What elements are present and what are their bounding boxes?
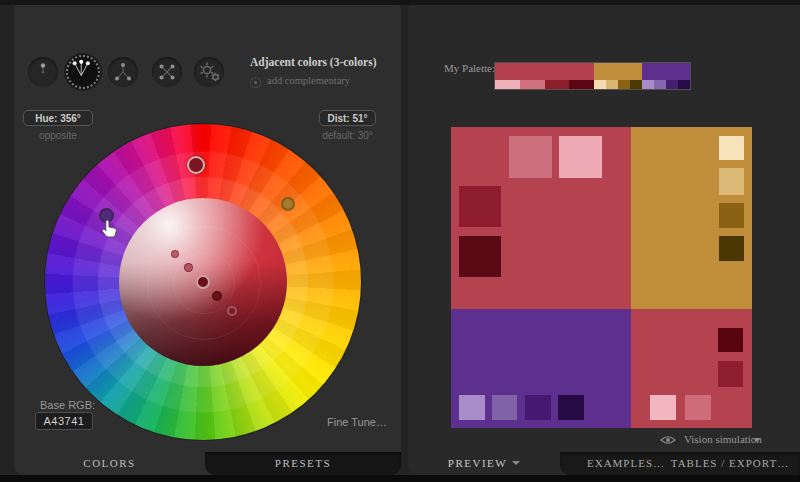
- shade-marker-selected[interactable]: [196, 275, 210, 289]
- palette-group-purple: [642, 63, 690, 89]
- palette-main-swatch[interactable]: [642, 63, 690, 80]
- preview-swatch: [459, 186, 501, 227]
- preview-swatch: [459, 236, 501, 277]
- inactive-tabs-strip: EXAMPLES… TABLES / EXPORT…: [560, 452, 800, 475]
- mono-scheme-icon[interactable]: [28, 57, 58, 87]
- preview-panel: My Palette:: [408, 5, 800, 475]
- base-rgb-label: Base RGB:: [40, 399, 95, 411]
- caret-down-icon[interactable]: [753, 438, 761, 442]
- preview-swatch: [719, 168, 744, 195]
- palette-shade-swatch[interactable]: [594, 80, 606, 89]
- palette-shade-swatch[interactable]: [618, 80, 630, 89]
- adjacent-scheme-icon[interactable]: [66, 55, 100, 89]
- adjacent-hue-marker-right[interactable]: [281, 197, 295, 211]
- preview-swatch: [719, 236, 744, 261]
- preview-quadrant: [631, 309, 752, 428]
- shade-marker[interactable]: [184, 263, 193, 272]
- color-scheme-designer-app: Adjacent colors (3-colors) add complemen…: [0, 0, 800, 482]
- tab-presets[interactable]: PRESETS: [205, 452, 401, 475]
- shade-marker[interactable]: [227, 306, 237, 316]
- palette-shade-swatch[interactable]: [495, 80, 520, 89]
- palette-shade-swatch[interactable]: [606, 80, 618, 89]
- preview-swatch: [718, 361, 743, 387]
- palette-main-swatch[interactable]: [594, 63, 642, 80]
- palette-shade-swatch[interactable]: [630, 80, 642, 89]
- tab-preview-label: PREVIEW: [448, 457, 507, 469]
- palette-shade-swatch[interactable]: [666, 80, 678, 89]
- tab-colors[interactable]: COLORS: [14, 452, 205, 475]
- window-bottom-strip: [0, 475, 800, 482]
- tab-tables-export[interactable]: TABLES / EXPORT…: [660, 452, 800, 475]
- preview-quadrant: [631, 127, 752, 309]
- tab-preview[interactable]: PREVIEW: [408, 452, 560, 475]
- adjacent-hue-marker-left[interactable]: [99, 208, 114, 223]
- palette-bar: [495, 63, 690, 89]
- fine-tune-button[interactable]: Fine Tune…: [327, 416, 387, 428]
- shade-marker[interactable]: [171, 250, 179, 258]
- shade-marker[interactable]: [212, 291, 222, 301]
- preview-swatch: [492, 395, 517, 420]
- palette-shade-swatch[interactable]: [654, 80, 666, 89]
- palette-main-swatch[interactable]: [495, 63, 594, 80]
- wheel-panel: Adjacent colors (3-colors) add complemen…: [14, 5, 401, 475]
- preview-swatch: [509, 136, 552, 178]
- color-wheel: [45, 124, 361, 440]
- eye-icon[interactable]: [660, 435, 676, 445]
- add-complementary-button[interactable]: add complementary: [267, 75, 350, 86]
- palette-shade-swatch[interactable]: [520, 80, 545, 89]
- palette-group-base: [495, 63, 594, 89]
- palette-group-gold: [594, 63, 642, 89]
- palette-shade-swatch[interactable]: [642, 80, 654, 89]
- caret-down-icon: [512, 461, 520, 465]
- preview-swatch: [650, 395, 676, 420]
- my-palette-label: My Palette:: [444, 62, 495, 74]
- freestyle-scheme-icon[interactable]: [194, 57, 224, 87]
- preview-swatch: [459, 395, 485, 420]
- preview-quadrant: [451, 127, 631, 309]
- preview-swatch: [559, 136, 602, 178]
- base-hue-marker[interactable]: [187, 156, 205, 174]
- preview-swatch: [525, 395, 551, 420]
- triad-scheme-icon[interactable]: [108, 57, 138, 87]
- dotted-circle-icon[interactable]: [250, 77, 261, 88]
- palette-shade-swatch[interactable]: [678, 80, 690, 89]
- preview-swatch: [719, 136, 744, 160]
- scheme-title: Adjacent colors (3-colors): [250, 56, 376, 68]
- vision-simulation-button[interactable]: Vision simulation: [684, 433, 762, 445]
- preview-swatch: [685, 395, 711, 420]
- preview-quadrant: [451, 309, 631, 428]
- palette-shade-swatch[interactable]: [545, 80, 570, 89]
- preview-swatch: [558, 395, 584, 420]
- base-rgb-input[interactable]: [35, 412, 93, 430]
- tetrad-scheme-icon[interactable]: [152, 57, 182, 87]
- preview-swatch: [719, 203, 744, 228]
- palette-shade-swatch[interactable]: [569, 80, 594, 89]
- preview-swatch: [718, 328, 743, 352]
- palette-preview: [451, 127, 752, 428]
